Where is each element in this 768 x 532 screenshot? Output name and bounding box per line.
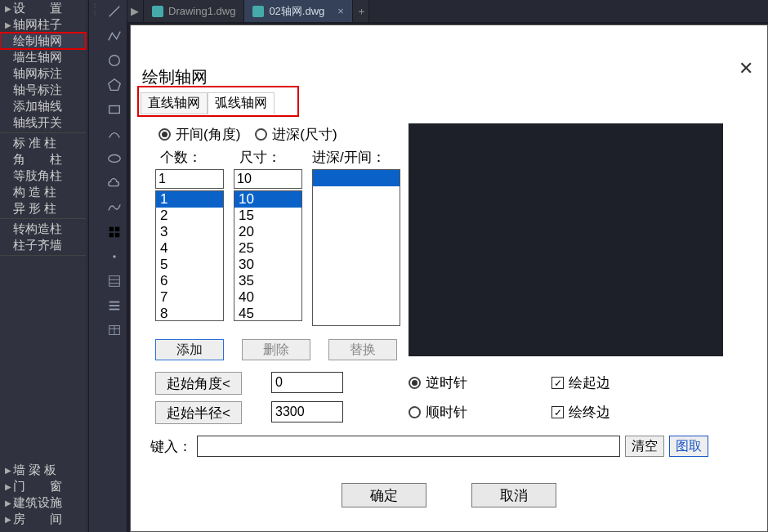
size-input[interactable] bbox=[234, 169, 302, 189]
list-item[interactable]: 40 bbox=[234, 289, 301, 306]
menu-item-add-axis[interactable]: 添加轴线 bbox=[0, 98, 86, 114]
spline-icon[interactable] bbox=[105, 198, 124, 217]
start-angle-button[interactable]: 起始角度< bbox=[155, 372, 242, 395]
doc-tab-1[interactable]: Drawing1.dwg bbox=[144, 0, 244, 22]
menu-item-doors[interactable]: ▶门 窗 bbox=[0, 478, 86, 494]
pentagon-icon[interactable] bbox=[105, 75, 124, 95]
radio-cw[interactable]: 顺时针 bbox=[409, 403, 467, 422]
draw-grid-dialog: 绘制轴网 ✕ 直线轴网 弧线轴网 开间(角度) 进深(尺寸) 个数： 尺寸： 进… bbox=[130, 25, 768, 532]
list-item[interactable]: 4 bbox=[156, 240, 223, 257]
list-item[interactable]: 20 bbox=[234, 224, 301, 240]
doc-tab-2[interactable]: 02轴网.dwg × bbox=[244, 0, 353, 22]
list-item[interactable]: 5 bbox=[156, 257, 223, 273]
menu-item-axis-toggle[interactable]: 轴线开关 bbox=[0, 114, 86, 131]
cancel-button[interactable]: 取消 bbox=[471, 483, 556, 507]
pick-button[interactable]: 图取 bbox=[669, 436, 708, 457]
menu-item-axis-column[interactable]: ▶轴网柱子 bbox=[0, 16, 86, 33]
menu-item-eq-col[interactable]: 等肢角柱 bbox=[0, 168, 86, 184]
menu-item-axis-label[interactable]: 轴网标注 bbox=[0, 65, 86, 82]
doc-icon bbox=[152, 6, 163, 17]
line-icon[interactable] bbox=[105, 2, 124, 21]
list-item[interactable]: 35 bbox=[234, 273, 301, 289]
list-item[interactable]: 30 bbox=[234, 257, 301, 273]
radio-icon bbox=[409, 377, 421, 389]
close-icon[interactable]: ✕ bbox=[735, 58, 757, 81]
list-item[interactable]: 1 bbox=[156, 191, 223, 208]
menu-item-building[interactable]: ▶建筑设施 bbox=[0, 494, 86, 511]
menu-item-corner-col[interactable]: 角 柱 bbox=[0, 151, 86, 168]
close-icon[interactable]: × bbox=[337, 5, 344, 17]
menu-label: 设 置 bbox=[13, 1, 62, 16]
new-tab-button[interactable]: ▶ bbox=[127, 0, 144, 22]
list-item[interactable]: 6 bbox=[156, 273, 223, 289]
menu-item-constr-col[interactable]: 构 造 柱 bbox=[0, 184, 86, 200]
replace-button[interactable]: 替换 bbox=[328, 339, 397, 360]
menu-label: 轴线开关 bbox=[13, 115, 62, 131]
svg-line-0 bbox=[109, 7, 120, 17]
check-draw-end[interactable]: 绘终边 bbox=[551, 403, 610, 422]
menu-label: 房 间 bbox=[13, 512, 62, 527]
start-angle-input[interactable] bbox=[271, 372, 343, 393]
list-item[interactable]: 8 bbox=[156, 306, 223, 321]
add-button[interactable]: 添加 bbox=[155, 339, 224, 360]
hatch-icon[interactable] bbox=[105, 271, 124, 291]
bars-icon[interactable] bbox=[105, 296, 124, 315]
menu-item-turn-col[interactable]: 转构造柱 bbox=[0, 221, 86, 237]
check-draw-start[interactable]: 绘起边 bbox=[551, 373, 610, 392]
depth-listbox[interactable] bbox=[312, 169, 400, 326]
menu-item-irr-col[interactable]: 异 形 柱 bbox=[0, 200, 86, 217]
cloud-icon[interactable] bbox=[105, 173, 124, 193]
list-item[interactable]: 45 bbox=[234, 306, 301, 321]
menu-label: 添加轴线 bbox=[13, 99, 62, 114]
svg-point-4 bbox=[109, 155, 120, 163]
menu-item-settings[interactable]: ▶设 置 bbox=[0, 0, 86, 16]
menu-label: 轴号标注 bbox=[13, 83, 62, 98]
menu-item-room[interactable]: ▶房 间 bbox=[0, 511, 86, 527]
circle-icon[interactable] bbox=[105, 51, 124, 70]
table-icon[interactable] bbox=[105, 320, 124, 340]
radio-depth[interactable]: 进深(尺寸) bbox=[255, 125, 337, 144]
list-item[interactable]: 25 bbox=[234, 240, 301, 257]
menu-item-draw-grid[interactable]: 绘制轴网 bbox=[0, 33, 86, 49]
arc-icon[interactable] bbox=[105, 124, 124, 144]
menu-item-wall-axis[interactable]: 墙生轴网 bbox=[0, 49, 86, 65]
key-input[interactable] bbox=[197, 436, 620, 457]
start-radius-input[interactable] bbox=[271, 401, 343, 422]
svg-rect-10 bbox=[109, 276, 120, 287]
preview-canvas bbox=[409, 123, 723, 356]
radio-ccw[interactable]: 逆时针 bbox=[409, 373, 467, 392]
size-listbox[interactable]: 101520253035404560 bbox=[234, 190, 302, 321]
start-radius-button[interactable]: 起始半径< bbox=[155, 401, 242, 424]
tab-line-grid[interactable]: 直线轴网 bbox=[141, 92, 208, 114]
clear-button[interactable]: 清空 bbox=[625, 436, 664, 457]
rect-icon[interactable] bbox=[105, 100, 124, 119]
list-item[interactable]: 3 bbox=[156, 224, 223, 240]
delete-button[interactable]: 删除 bbox=[242, 339, 310, 360]
point-icon[interactable] bbox=[105, 247, 124, 266]
left-menu-panel: ▶设 置 ▶轴网柱子 绘制轴网 墙生轴网 轴网标注 轴号标注 添加轴线 轴线开关… bbox=[0, 0, 86, 532]
menu-item-axis-num[interactable]: 轴号标注 bbox=[0, 82, 86, 98]
list-item[interactable]: 7 bbox=[156, 289, 223, 306]
list-item[interactable]: 15 bbox=[234, 208, 301, 224]
ellipse-icon[interactable] bbox=[105, 149, 124, 168]
list-item[interactable]: 10 bbox=[234, 191, 301, 208]
size-header: 尺寸： bbox=[239, 148, 281, 167]
ok-button[interactable]: 确定 bbox=[342, 483, 426, 507]
menu-label: 异 形 柱 bbox=[13, 201, 56, 217]
menu-item-wall-beam[interactable]: ▶墙 梁 板 bbox=[0, 462, 86, 478]
count-input[interactable] bbox=[155, 169, 224, 189]
svg-rect-3 bbox=[109, 106, 120, 114]
polyline-icon[interactable] bbox=[105, 26, 124, 46]
tab-arc-grid[interactable]: 弧线轴网 bbox=[208, 92, 275, 114]
menu-item-std-col[interactable]: 标 准 柱 bbox=[0, 135, 86, 151]
grid-icon[interactable] bbox=[105, 222, 124, 242]
count-listbox[interactable]: 123456789 bbox=[155, 190, 224, 321]
checkbox-icon bbox=[551, 377, 564, 389]
list-item[interactable]: 2 bbox=[156, 208, 223, 224]
menu-label: 角 柱 bbox=[13, 152, 62, 168]
svg-rect-7 bbox=[109, 233, 114, 237]
radio-icon bbox=[255, 128, 267, 141]
add-tab-button[interactable]: ＋ bbox=[353, 0, 369, 22]
radio-bay[interactable]: 开间(角度) bbox=[159, 125, 240, 144]
menu-item-align-col[interactable]: 柱子齐墙 bbox=[0, 237, 86, 253]
